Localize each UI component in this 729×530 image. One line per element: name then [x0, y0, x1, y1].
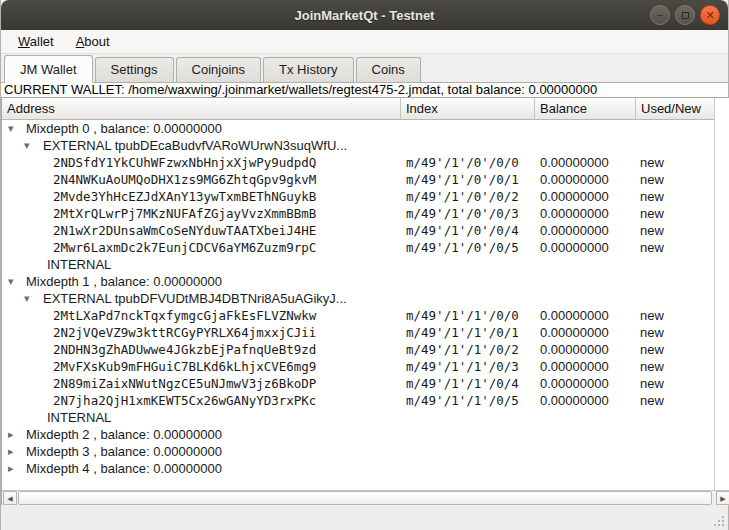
expand-arrow-icon[interactable]: ▾: [8, 120, 14, 137]
tab-settings[interactable]: Settings: [95, 57, 174, 82]
status-cell: [636, 256, 715, 273]
menubar: WalletAbout: [1, 30, 728, 54]
maximize-icon: [682, 12, 689, 19]
tree-row-branch[interactable]: ▾EXTERNAL tpubDEcaBudvfVARoWUrwN3suqWfU.…: [2, 137, 715, 154]
app-window: JoinMarketQt - Testnet − ✕ WalletAbout J…: [0, 0, 729, 530]
balance-cell: 0.00000000: [535, 222, 636, 239]
tree-row-branch[interactable]: ▾EXTERNAL tpubDFVUDtMBJ4DBTNri8A5uAGikyJ…: [2, 290, 715, 307]
status-cell: [636, 120, 715, 137]
balance-cell: [535, 120, 636, 137]
column-header-used-new[interactable]: Used/New: [636, 98, 715, 120]
expand-arrow-icon[interactable]: ▾: [24, 290, 30, 307]
address-cell: 2Mvde3YhHcEZJdXAnY13ywTxmBEThNGuykB: [2, 188, 401, 205]
tree-item-label: EXTERNAL tpubDFVUDtMBJ4DBTNri8A5uAGikyJ.…: [43, 290, 347, 307]
status-bar: [1, 505, 728, 530]
tree-item-label: Mixdepth 2 , balance: 0.00000000: [26, 426, 222, 443]
column-header-address[interactable]: Address: [2, 98, 401, 120]
tree-row-address[interactable]: 2N7jha2QjH1xmKEWT5Cx26wGANyYD3rxPKcm/49'…: [2, 392, 715, 409]
status-cell: [636, 409, 715, 426]
status-cell: new: [636, 222, 715, 239]
tab-coins[interactable]: Coins: [356, 57, 421, 82]
address-cell: 2N7jha2QjH1xmKEWT5Cx26wGANyYD3rxPKc: [2, 392, 401, 409]
scrollbar-thumb[interactable]: [18, 491, 712, 505]
index-cell: m/49'/1'/0'/0/1: [401, 171, 535, 188]
collapse-arrow-icon[interactable]: ▸: [8, 460, 14, 477]
tree-item-label: 2N1wXr2DUnsaWmCoSeNYduwTAATXbeiJ4HE: [53, 222, 316, 239]
resize-grip-icon[interactable]: [713, 515, 725, 527]
status-cell: [636, 290, 715, 307]
tree-row-mixdepth[interactable]: ▾Mixdepth 1 , balance: 0.00000000: [2, 273, 715, 290]
address-cell: 2NDSfdY1YkCUhWFzwxNbHnjxXjwPy9udpdQ: [2, 154, 401, 171]
index-cell: m/49'/1'/0'/0/5: [401, 239, 535, 256]
tree-item-label: EXTERNAL tpubDEcaBudvfVARoWUrwN3suqWfU..…: [43, 137, 347, 154]
menu-wallet[interactable]: Wallet: [9, 32, 63, 51]
index-cell: m/49'/1'/0'/0/3: [401, 205, 535, 222]
address-cell: 2MvFXsKub9mFHGuiC7BLKd6kLhjxCVE6mg9: [2, 358, 401, 375]
tree-row-address[interactable]: 2N1wXr2DUnsaWmCoSeNYduwTAATXbeiJ4HEm/49'…: [2, 222, 715, 239]
expand-arrow-icon[interactable]: ▾: [8, 273, 14, 290]
tree-row-address[interactable]: 2N89miZaixNWutNgzCE5uNJmwV3jz6BkoDPm/49'…: [2, 375, 715, 392]
close-button[interactable]: ✕: [700, 5, 720, 25]
status-cell: [636, 273, 715, 290]
index-cell: m/49'/1'/0'/0/0: [401, 154, 535, 171]
tree-row-mixdepth[interactable]: ▾Mixdepth 0 , balance: 0.00000000: [2, 120, 715, 137]
tree-row-address[interactable]: 2NDHN3gZhADUwwe4JGkzbEjPafnqUeBt9zdm/49'…: [2, 341, 715, 358]
address-cell: ▾Mixdepth 1 , balance: 0.00000000: [2, 273, 401, 290]
scroll-right-button[interactable]: ▶: [716, 491, 729, 505]
address-cell: 2Mwr6LaxmDc2k7EunjCDCV6aYM6Zuzm9rpC: [2, 239, 401, 256]
tree-row-mixdepth[interactable]: ▸Mixdepth 4 , balance: 0.00000000: [2, 460, 715, 477]
status-cell: new: [636, 307, 715, 324]
status-cell: new: [636, 171, 715, 188]
balance-cell: 0.00000000: [535, 154, 636, 171]
index-cell: m/49'/1'/1'/0/4: [401, 375, 535, 392]
wallet-tree: Address Index Balance Used/New ▾Mixdepth…: [1, 97, 729, 505]
balance-cell: 0.00000000: [535, 392, 636, 409]
tree-row-mixdepth[interactable]: ▸Mixdepth 3 , balance: 0.00000000: [2, 443, 715, 460]
address-cell: 2NDHN3gZhADUwwe4JGkzbEjPafnqUeBt9zd: [2, 341, 401, 358]
tree-row-address[interactable]: 2Mwr6LaxmDc2k7EunjCDCV6aYM6Zuzm9rpCm/49'…: [2, 239, 715, 256]
index-cell: m/49'/1'/0'/0/4: [401, 222, 535, 239]
status-cell: [636, 426, 715, 443]
tree-row-address[interactable]: 2MvFXsKub9mFHGuiC7BLKd6kLhjxCVE6mg9m/49'…: [2, 358, 715, 375]
tree-row-branch[interactable]: INTERNAL: [2, 256, 715, 273]
column-header-balance[interactable]: Balance: [535, 98, 636, 120]
tree-item-label: 2MtLXaPd7nckTqxfymgcGjaFkEsFLVZNwkw: [53, 307, 316, 324]
tree-row-address[interactable]: 2Mvde3YhHcEZJdXAnY13ywTxmBEThNGuykBm/49'…: [2, 188, 715, 205]
tab-coinjoins[interactable]: Coinjoins: [176, 57, 261, 82]
balance-cell: [535, 256, 636, 273]
address-cell: ▸Mixdepth 3 , balance: 0.00000000: [2, 443, 401, 460]
column-header-index[interactable]: Index: [401, 98, 535, 120]
status-cell: new: [636, 341, 715, 358]
expand-arrow-icon[interactable]: ▾: [24, 137, 30, 154]
address-cell: 2MtLXaPd7nckTqxfymgcGjaFkEsFLVZNwkw: [2, 307, 401, 324]
tree-row-address[interactable]: 2N4NWKuAoUMQoDHX1zs9MG6ZhtqGpv9gkvMm/49'…: [2, 171, 715, 188]
horizontal-scrollbar[interactable]: ◀ ▶: [2, 490, 729, 506]
tree-row-address[interactable]: 2MtLXaPd7nckTqxfymgcGjaFkEsFLVZNwkwm/49'…: [2, 307, 715, 324]
tree-item-label: 2N2jVQeVZ9w3kttRCGyPYRLX64jmxxjCJii: [53, 324, 316, 341]
tree-row-branch[interactable]: INTERNAL: [2, 409, 715, 426]
status-cell: new: [636, 205, 715, 222]
collapse-arrow-icon[interactable]: ▸: [8, 426, 14, 443]
tree-item-label: 2MvFXsKub9mFHGuiC7BLKd6kLhjxCVE6mg9: [53, 358, 316, 375]
tree-item-label: Mixdepth 4 , balance: 0.00000000: [26, 460, 222, 477]
titlebar[interactable]: JoinMarketQt - Testnet − ✕: [1, 0, 728, 30]
tree-row-address[interactable]: 2N2jVQeVZ9w3kttRCGyPYRLX64jmxxjCJiim/49'…: [2, 324, 715, 341]
tab-tx-history[interactable]: Tx History: [263, 57, 354, 82]
minimize-button[interactable]: −: [650, 5, 670, 25]
tab-jm-wallet[interactable]: JM Wallet: [4, 55, 93, 83]
menu-about[interactable]: About: [67, 32, 119, 51]
tree-item-label: Mixdepth 3 , balance: 0.00000000: [26, 443, 222, 460]
collapse-arrow-icon[interactable]: ▸: [8, 443, 14, 460]
status-cell: new: [636, 358, 715, 375]
tree-row-address[interactable]: 2NDSfdY1YkCUhWFzwxNbHnjxXjwPy9udpdQm/49'…: [2, 154, 715, 171]
balance-cell: [535, 273, 636, 290]
tree-row-mixdepth[interactable]: ▸Mixdepth 2 , balance: 0.00000000: [2, 426, 715, 443]
scroll-left-button[interactable]: ◀: [3, 491, 17, 505]
maximize-button[interactable]: [675, 5, 695, 25]
balance-cell: [535, 443, 636, 460]
balance-cell: [535, 137, 636, 154]
address-cell: ▾EXTERNAL tpubDFVUDtMBJ4DBTNri8A5uAGikyJ…: [2, 290, 401, 307]
vertical-scrollbar[interactable]: [714, 98, 729, 490]
status-cell: [636, 137, 715, 154]
tree-row-address[interactable]: 2MtXrQLwrPj7MKzNUFAfZGjayVvzXmmBBmBm/49'…: [2, 205, 715, 222]
